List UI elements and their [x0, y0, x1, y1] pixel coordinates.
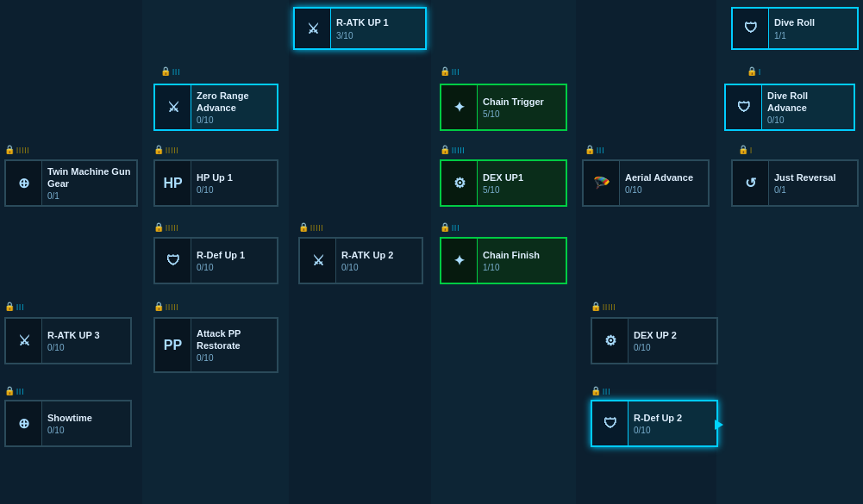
lock-icon: 🔒	[4, 386, 15, 395]
lock-badge-1: 🔒|||	[440, 66, 460, 76]
skill-name-twin-machine-gun-gear: Twin Machine Gun Gear	[47, 165, 131, 190]
skill-icon-r-def-up-1: 🛡	[155, 239, 191, 283]
skill-name-dex-up-2: DEX UP 2	[634, 329, 711, 341]
skill-level-just-reversal: 0/1	[774, 185, 852, 195]
skill-level-dex-up-1: 5/10	[483, 185, 560, 195]
skill-info-r-def-up-2: R-Def Up 20/10	[628, 409, 716, 438]
lock-badge-9: 🔒|||||	[298, 222, 323, 232]
skill-node-dive-roll[interactable]: 🛡Dive Roll1/1	[731, 7, 859, 50]
skill-level-dive-roll-advance: 0/10	[767, 115, 848, 125]
skill-node-dex-up-2[interactable]: ⚙DEX UP 20/10	[591, 317, 718, 364]
skill-level-twin-machine-gun-gear: 0/1	[47, 191, 131, 201]
lock-bars: |||||	[166, 302, 178, 310]
skill-name-r-atk-up-2: R-ATK Up 2	[341, 249, 416, 261]
skill-icon-twin-machine-gun-gear: ⊕	[6, 161, 42, 205]
lock-badge-3: 🔒|||||	[4, 145, 29, 154]
skill-info-showtime: Showtime0/10	[42, 409, 130, 438]
skill-info-r-atk-up-2: R-ATK Up 20/10	[336, 246, 422, 275]
lock-icon: 🔒	[160, 66, 171, 76]
skill-info-chain-trigger: Chain Trigger5/10	[478, 93, 566, 121]
skill-icon-zero-range-advance: ⚔	[155, 85, 191, 129]
skill-level-zero-range-advance: 0/10	[197, 115, 272, 125]
skill-name-r-atk-up-1: R-ATK UP 1	[336, 16, 420, 28]
lock-bars: |||	[597, 146, 604, 153]
lock-icon: 🔒	[591, 302, 601, 311]
lock-icon: 🔒	[298, 222, 309, 232]
skill-node-chain-trigger[interactable]: ✦Chain Trigger5/10	[440, 84, 567, 131]
lock-bars: |||	[172, 67, 180, 75]
skill-name-dex-up-1: DEX UP1	[483, 171, 560, 184]
skill-level-dive-roll: 1/1	[774, 31, 852, 40]
skill-node-r-def-up-1[interactable]: 🛡R-Def Up 10/10	[153, 237, 278, 284]
skill-icon-chain-finish: ✦	[441, 239, 478, 283]
lock-bars: |||||	[603, 302, 616, 310]
lock-badge-14: 🔒|||	[4, 386, 24, 395]
skill-node-chain-finish[interactable]: ✦Chain Finish1/10	[440, 237, 567, 284]
col-6-bg	[716, 0, 863, 504]
lock-bars: |||	[603, 387, 610, 395]
skill-info-r-atk-up-3: R-ATK UP 30/10	[42, 327, 130, 355]
lock-icon: 🔒	[153, 222, 164, 232]
skill-name-r-def-up-1: R-Def Up 1	[197, 249, 272, 261]
lock-icon: 🔒	[153, 145, 164, 154]
skill-name-aerial-advance: Aerial Advance	[625, 171, 703, 184]
skill-node-zero-range-advance[interactable]: ⚔Zero Range Advance0/10	[153, 84, 278, 131]
skill-node-dex-up-1[interactable]: ⚙DEX UP15/10	[440, 159, 567, 207]
lock-badge-2: 🔒|	[747, 66, 761, 76]
skill-icon-dex-up-2: ⚙	[592, 319, 628, 363]
skill-node-r-atk-up-3[interactable]: ⚔R-ATK UP 30/10	[4, 317, 132, 364]
skill-icon-dive-roll: 🛡	[733, 9, 769, 48]
skill-node-attack-pp-restorate[interactable]: PPAttack PP Restorate0/10	[153, 317, 278, 373]
skill-level-showtime: 0/10	[47, 426, 125, 435]
skill-level-attack-pp-restorate: 0/10	[197, 353, 272, 363]
lock-badge-7: 🔒|||||	[440, 145, 465, 154]
lock-badge-4: 🔒|||||	[153, 145, 178, 154]
lock-badge-10: 🔒|||	[440, 222, 460, 232]
skill-icon-aerial-advance: 🪂	[584, 161, 620, 205]
skill-info-dive-roll: Dive Roll1/1	[769, 14, 857, 42]
lock-icon: 🔒	[4, 302, 15, 311]
skill-node-hp-up-1[interactable]: HPHP Up 10/10	[153, 159, 278, 207]
skill-node-dive-roll-advance[interactable]: 🛡Dive Roll Advance0/10	[724, 84, 855, 131]
skill-name-r-atk-up-3: R-ATK UP 3	[47, 329, 125, 341]
skill-level-r-atk-up-2: 0/10	[341, 263, 416, 272]
skill-icon-dive-roll-advance: 🛡	[726, 85, 762, 129]
skill-info-chain-finish: Chain Finish1/10	[478, 246, 566, 275]
lock-icon: 🔒	[153, 302, 164, 311]
skill-info-dex-up-1: DEX UP15/10	[478, 169, 566, 197]
skill-node-r-def-up-2[interactable]: 🛡R-Def Up 20/10	[591, 400, 718, 447]
skill-info-hp-up-1: HP Up 10/10	[191, 169, 277, 197]
lock-badge-5: 🔒|||	[585, 145, 604, 154]
skill-level-r-atk-up-3: 0/10	[47, 343, 125, 352]
skill-level-dex-up-2: 0/10	[634, 343, 711, 352]
lock-bars: |||||	[16, 146, 29, 153]
skill-node-showtime[interactable]: ⊕Showtime0/10	[4, 400, 132, 447]
lock-bars: |||	[452, 223, 460, 231]
lock-bars: |||	[452, 67, 460, 75]
skill-info-dex-up-2: DEX UP 20/10	[628, 327, 716, 355]
lock-icon: 🔒	[747, 66, 757, 76]
lock-badge-0: 🔒|||	[160, 66, 180, 76]
skill-name-dive-roll-advance: Dive Roll Advance	[767, 90, 848, 115]
skill-name-attack-pp-restorate: Attack PP Restorate	[197, 327, 272, 352]
skill-info-r-def-up-1: R-Def Up 10/10	[191, 246, 277, 275]
skill-level-r-def-up-2: 0/10	[634, 426, 711, 435]
skill-node-r-atk-up-1[interactable]: ⚔R-ATK UP 13/10	[293, 7, 427, 50]
lock-bars: |||	[16, 387, 24, 395]
lock-bars: |||||	[166, 223, 178, 231]
skill-node-twin-machine-gun-gear[interactable]: ⊕Twin Machine Gun Gear0/1	[4, 159, 138, 207]
skill-name-r-def-up-2: R-Def Up 2	[634, 412, 711, 424]
skill-level-r-def-up-1: 0/10	[197, 263, 272, 272]
skill-node-r-atk-up-2[interactable]: ⚔R-ATK Up 20/10	[298, 237, 423, 284]
skill-name-chain-trigger: Chain Trigger	[483, 96, 560, 108]
lock-bars: |	[750, 146, 753, 153]
skill-level-chain-finish: 1/10	[483, 263, 560, 272]
lock-icon: 🔒	[4, 145, 15, 154]
skill-node-just-reversal[interactable]: ↺Just Reversal0/1	[731, 159, 859, 207]
skill-info-dive-roll-advance: Dive Roll Advance0/10	[762, 87, 854, 128]
skill-icon-r-atk-up-3: ⚔	[6, 319, 42, 363]
lock-bars: |||	[16, 302, 24, 310]
skill-info-r-atk-up-1: R-ATK UP 13/10	[331, 14, 425, 42]
lock-icon: 🔒	[440, 145, 450, 154]
skill-node-aerial-advance[interactable]: 🪂Aerial Advance0/10	[582, 159, 710, 207]
